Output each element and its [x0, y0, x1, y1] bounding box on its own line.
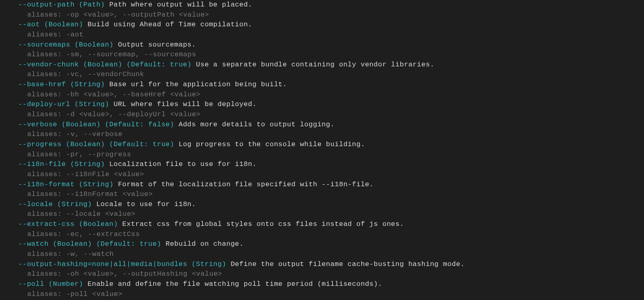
option-flag: --progress (Boolean) (Default: true): [18, 140, 174, 148]
option-desc: Adds more details to output logging.: [174, 121, 335, 128]
option-row: --deploy-url (String) URL where files wi…: [18, 100, 644, 110]
option-flag: --output-hashing=none|all|media|bundles …: [18, 260, 226, 268]
option-alias: aliases: -op <value>, --outputPath <valu…: [18, 10, 644, 20]
option-flag: --sourcemaps (Boolean): [18, 41, 113, 49]
option-flag: --verbose (Boolean) (Default: false): [18, 121, 174, 128]
option-desc: Locale to use for i18n.: [92, 200, 196, 208]
option-row: --aot (Boolean) Build using Ahead of Tim…: [18, 20, 644, 30]
option-flag: --locale (String): [18, 200, 92, 208]
option-flag: --base-href (String): [18, 81, 105, 88]
option-alias: aliases: -ec, --extractCss: [18, 230, 644, 240]
option-desc: Path where output will be placed.: [105, 1, 252, 9]
option-flag: --i18n-format (String): [18, 181, 113, 188]
option-alias: aliases: -aot: [18, 30, 644, 40]
option-flag: --i18n-file (String): [18, 160, 105, 168]
option-desc: Enable and define the file watching poll…: [83, 280, 382, 288]
option-alias: aliases: -v, --verbose: [18, 130, 644, 140]
option-row: --i18n-file (String) Localization file t…: [18, 160, 644, 170]
option-alias: aliases: -vc, --vendorChunk: [18, 70, 644, 80]
option-alias: aliases: -sm, --sourcemap, --sourcemaps: [18, 50, 644, 60]
option-flag: --output-path (Path): [18, 1, 105, 9]
option-desc: Localization file to use for i18n.: [105, 160, 257, 168]
option-flag: --poll (Number): [18, 280, 83, 288]
option-alias: aliases: -poll <value>: [18, 289, 644, 300]
option-row: --base-href (String) Base url for the ap…: [18, 80, 644, 90]
option-desc: Base url for the application being built…: [105, 81, 287, 88]
option-alias: aliases: --i18nFormat <value>: [18, 189, 644, 200]
option-desc: Log progress to the console while buildi…: [174, 140, 365, 148]
option-desc: Extract css from global styles onto css …: [118, 220, 404, 228]
option-desc: Define the output filename cache-busting…: [226, 260, 465, 268]
option-desc: Build using Ahead of Time compilation.: [83, 21, 252, 28]
option-alias: aliases: --i18nFile <value>: [18, 170, 644, 180]
option-row: --output-hashing=none|all|media|bundles …: [18, 260, 644, 270]
option-row: --watch (Boolean) (Default: true) Rebuil…: [18, 239, 644, 249]
option-desc: Format of the localization file specifie…: [113, 181, 373, 188]
option-row: --sourcemaps (Boolean) Output sourcemaps…: [18, 40, 644, 50]
option-flag: --extract-css (Boolean): [18, 220, 118, 228]
option-row: --output-path (Path) Path where output w…: [18, 0, 644, 10]
option-row: --progress (Boolean) (Default: true) Log…: [18, 140, 644, 150]
option-flag: --vendor-chunk (Boolean) (Default: true): [18, 61, 192, 68]
option-row: --extract-css (Boolean) Extract css from…: [18, 219, 644, 230]
option-desc: Output sourcemaps.: [113, 41, 196, 49]
option-alias: aliases: --locale <value>: [18, 209, 644, 219]
option-flag: --watch (Boolean) (Default: true): [18, 240, 161, 248]
option-desc: Rebuild on change.: [161, 240, 243, 248]
option-flag: --aot (Boolean): [18, 21, 83, 28]
option-flag: --deploy-url (String): [18, 100, 109, 108]
option-alias: aliases: -d <value>, --deployUrl <value>: [18, 110, 644, 120]
option-row: --verbose (Boolean) (Default: false) Add…: [18, 120, 644, 130]
option-row: --i18n-format (String) Format of the loc…: [18, 180, 644, 190]
option-row: --locale (String) Locale to use for i18n…: [18, 200, 644, 210]
option-row: --vendor-chunk (Boolean) (Default: true)…: [18, 60, 644, 70]
option-desc: URL where files will be deployed.: [109, 100, 257, 108]
option-row: --poll (Number) Enable and define the fi…: [18, 279, 644, 289]
terminal-output: --output-path (Path) Path where output w…: [18, 0, 644, 299]
option-alias: aliases: -w, --watch: [18, 249, 644, 260]
option-alias: aliases: -oh <value>, --outputHashing <v…: [18, 269, 644, 279]
option-alias: aliases: -pr, --progress: [18, 150, 644, 160]
option-alias: aliases: -bh <value>, --baseHref <value>: [18, 90, 644, 100]
option-desc: Use a separate bundle containing only ve…: [192, 61, 434, 68]
